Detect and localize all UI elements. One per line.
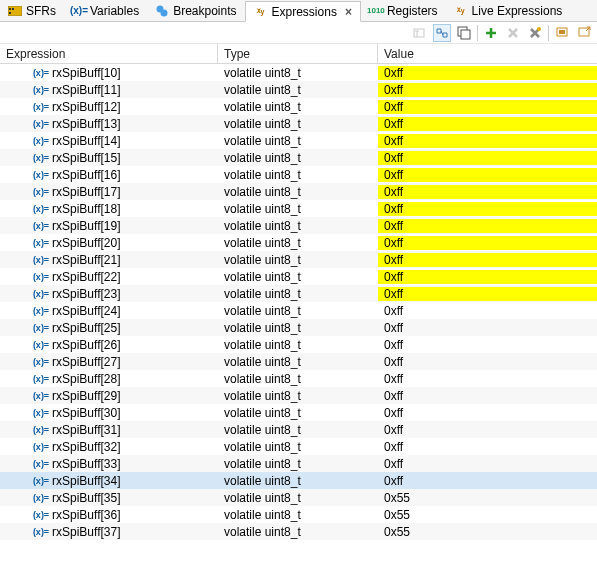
cell-expression: (x)=rxSpiBuff[34] [0,474,218,488]
cell-value: 0xff [378,270,597,284]
expression-text: rxSpiBuff[11] [52,83,120,97]
variable-icon: (x)= [34,322,48,334]
table-row[interactable]: (x)=rxSpiBuff[28]volatile uint8_t0xff [0,370,597,387]
table-row[interactable]: (x)=rxSpiBuff[23]volatile uint8_t0xff [0,285,597,302]
show-logical-structure-button[interactable] [433,24,451,42]
table-row[interactable]: (x)=rxSpiBuff[36]volatile uint8_t0x55 [0,506,597,523]
cell-type: volatile uint8_t [218,117,378,131]
expression-text: rxSpiBuff[29] [52,389,120,403]
variable-icon: (x)= [34,152,48,164]
tab-label: Live Expressions [472,4,563,18]
cell-value: 0xff [378,185,597,199]
cell-value: 0xff [378,423,597,437]
cell-expression: (x)=rxSpiBuff[32] [0,440,218,454]
variable-icon: (x)= [34,458,48,470]
table-row[interactable]: (x)=rxSpiBuff[27]volatile uint8_t0xff [0,353,597,370]
expression-text: rxSpiBuff[15] [52,151,120,165]
table-row[interactable]: (x)=rxSpiBuff[34]volatile uint8_t0xff [0,472,597,489]
table-row[interactable]: (x)=rxSpiBuff[22]volatile uint8_t0xff [0,268,597,285]
separator [548,25,549,41]
cell-type: volatile uint8_t [218,236,378,250]
table-row[interactable]: (x)=rxSpiBuff[19]volatile uint8_t0xff [0,217,597,234]
tab-expressions[interactable]: ᵡy Expressions × [245,1,361,22]
cell-type: volatile uint8_t [218,185,378,199]
tab-live-expressions[interactable]: ᵡy Live Expressions [446,0,571,21]
cell-value: 0xff [378,304,597,318]
expression-text: rxSpiBuff[10] [52,66,120,80]
separator [477,25,478,41]
cell-type: volatile uint8_t [218,270,378,284]
show-type-names-button[interactable] [411,24,429,42]
open-new-view-button[interactable] [575,24,593,42]
cell-expression: (x)=rxSpiBuff[23] [0,287,218,301]
table-row[interactable]: (x)=rxSpiBuff[13]volatile uint8_t0xff [0,115,597,132]
svg-rect-0 [8,6,22,16]
remove-expression-button[interactable] [504,24,522,42]
variable-icon: (x)= [34,271,48,283]
table-row[interactable]: (x)=rxSpiBuff[24]volatile uint8_t0xff [0,302,597,319]
table-row[interactable]: (x)=rxSpiBuff[29]volatile uint8_t0xff [0,387,597,404]
collapse-all-button[interactable] [455,24,473,42]
variable-icon: (x)= [34,492,48,504]
expression-text: rxSpiBuff[28] [52,372,120,386]
cell-expression: (x)=rxSpiBuff[21] [0,253,218,267]
column-expression[interactable]: Expression [0,44,218,63]
cell-type: volatile uint8_t [218,338,378,352]
pin-view-button[interactable] [553,24,571,42]
table-row[interactable]: (x)=rxSpiBuff[30]volatile uint8_t0xff [0,404,597,421]
table-row[interactable]: (x)=rxSpiBuff[14]volatile uint8_t0xff [0,132,597,149]
table-row[interactable]: (x)=rxSpiBuff[16]volatile uint8_t0xff [0,166,597,183]
cell-type: volatile uint8_t [218,66,378,80]
cell-type: volatile uint8_t [218,304,378,318]
table-row[interactable]: (x)=rxSpiBuff[32]volatile uint8_t0xff [0,438,597,455]
cell-expression: (x)=rxSpiBuff[18] [0,202,218,216]
table-row[interactable]: (x)=rxSpiBuff[17]volatile uint8_t0xff [0,183,597,200]
table-row[interactable]: (x)=rxSpiBuff[10]volatile uint8_t0xff [0,64,597,81]
tab-registers[interactable]: 1010 Registers [361,0,446,21]
cell-type: volatile uint8_t [218,525,378,539]
table-row[interactable]: (x)=rxSpiBuff[11]volatile uint8_t0xff [0,81,597,98]
variables-icon: (x)= [72,4,86,18]
table-row[interactable]: (x)=rxSpiBuff[20]volatile uint8_t0xff [0,234,597,251]
tab-breakpoints[interactable]: Breakpoints [147,0,244,21]
table-row[interactable]: (x)=rxSpiBuff[12]volatile uint8_t0xff [0,98,597,115]
table-row[interactable]: (x)=rxSpiBuff[33]volatile uint8_t0xff [0,455,597,472]
add-expression-button[interactable] [482,24,500,42]
column-value[interactable]: Value [378,44,597,63]
table-row[interactable]: (x)=rxSpiBuff[15]volatile uint8_t0xff [0,149,597,166]
table-row[interactable]: (x)=rxSpiBuff[37]volatile uint8_t0x55 [0,523,597,540]
cell-expression: (x)=rxSpiBuff[30] [0,406,218,420]
table-row[interactable]: (x)=rxSpiBuff[21]volatile uint8_t0xff [0,251,597,268]
variable-icon: (x)= [34,526,48,538]
cell-expression: (x)=rxSpiBuff[10] [0,66,218,80]
table-row[interactable]: (x)=rxSpiBuff[31]volatile uint8_t0xff [0,421,597,438]
column-type[interactable]: Type [218,44,378,63]
variable-icon: (x)= [34,356,48,368]
expression-text: rxSpiBuff[24] [52,304,120,318]
expression-text: rxSpiBuff[19] [52,219,120,233]
cell-value: 0x55 [378,491,597,505]
variable-icon: (x)= [34,373,48,385]
variable-icon: (x)= [34,407,48,419]
table-row[interactable]: (x)=rxSpiBuff[18]volatile uint8_t0xff [0,200,597,217]
close-icon[interactable]: × [345,5,352,19]
cell-expression: (x)=rxSpiBuff[29] [0,389,218,403]
remove-all-button[interactable] [526,24,544,42]
expression-text: rxSpiBuff[16] [52,168,120,182]
cell-type: volatile uint8_t [218,219,378,233]
expression-text: rxSpiBuff[33] [52,457,120,471]
table-row[interactable]: (x)=rxSpiBuff[35]volatile uint8_t0x55 [0,489,597,506]
view-toolbar [0,22,597,44]
expression-text: rxSpiBuff[30] [52,406,120,420]
cell-expression: (x)=rxSpiBuff[35] [0,491,218,505]
table-row[interactable]: (x)=rxSpiBuff[26]volatile uint8_t0xff [0,336,597,353]
tab-sfrs[interactable]: SFRs [0,0,64,21]
cell-type: volatile uint8_t [218,355,378,369]
variable-icon: (x)= [34,101,48,113]
table-row[interactable]: (x)=rxSpiBuff[25]volatile uint8_t0xff [0,319,597,336]
expression-table-body: (x)=rxSpiBuff[10]volatile uint8_t0xff(x)… [0,64,597,578]
svg-rect-11 [559,30,565,34]
cell-type: volatile uint8_t [218,389,378,403]
tab-variables[interactable]: (x)= Variables [64,0,147,21]
cell-value: 0x55 [378,525,597,539]
